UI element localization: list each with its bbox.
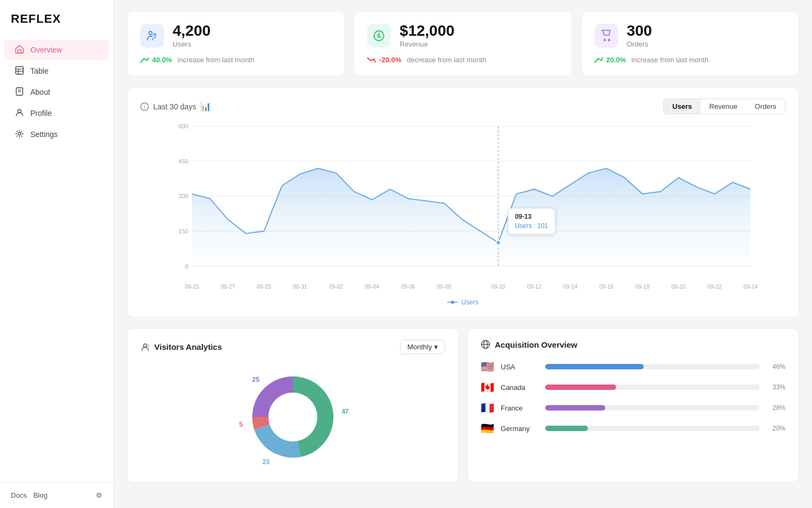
svg-text:09-12: 09-12 <box>527 284 542 290</box>
acquisition-header: Acquisition Overview <box>481 340 785 349</box>
country-germany: Germany <box>501 425 539 433</box>
gear-icon <box>15 129 25 139</box>
chart-section: i Last 30 days 📊 UsersRevenueOrders 0 15… <box>127 87 799 317</box>
bar-bg-france <box>545 405 759 411</box>
pct-usa: 46% <box>766 363 785 370</box>
stat-card-users: 4,200 Users 40.0% increase from last mon… <box>127 11 345 76</box>
monthly-dropdown[interactable]: Monthly ▾ <box>400 340 445 354</box>
svg-point-15 <box>608 40 610 41</box>
svg-text:08-31: 08-31 <box>293 284 307 290</box>
bar-bg-canada <box>545 385 759 390</box>
sidebar-item-overview[interactable]: Overview <box>4 40 109 60</box>
orders-value: 300 <box>627 23 652 38</box>
visitors-header: Visitors Analytics Monthly ▾ <box>140 340 445 354</box>
chevron-down-icon: ▾ <box>434 343 438 351</box>
user-icon <box>15 108 25 118</box>
svg-point-11 <box>154 34 156 36</box>
users-label: Users <box>173 40 211 48</box>
theme-toggle-icon[interactable]: ⚙ <box>96 491 102 499</box>
sidebar-item-profile[interactable]: Profile <box>4 103 109 123</box>
svg-text:09-18: 09-18 <box>636 284 650 290</box>
table-icon <box>15 66 25 76</box>
svg-text:150: 150 <box>178 228 188 235</box>
revenue-value: $12,000 <box>400 23 454 38</box>
users-change: 40.0% increase from last month <box>140 56 331 64</box>
country-france: France <box>501 404 539 412</box>
sidebar-footer: Docs Blog ⚙ <box>0 482 113 508</box>
pct-canada: 33% <box>766 383 785 391</box>
sidebar: REFLEX OverviewTableAboutProfileSettings… <box>0 0 114 508</box>
svg-text:09-24: 09-24 <box>743 284 758 290</box>
globe-icon <box>481 340 490 349</box>
revenue-icon: $ <box>367 24 391 48</box>
visitors-icon <box>140 342 150 352</box>
chart-title: i Last 30 days 📊 <box>140 101 211 112</box>
sidebar-item-settings[interactable]: Settings <box>4 124 109 145</box>
svg-point-10 <box>149 31 152 35</box>
stats-row: 4,200 Users 40.0% increase from last mon… <box>127 11 799 76</box>
legend-label: Users <box>461 298 478 306</box>
svg-text:09-06: 09-06 <box>401 284 416 290</box>
bar-fill-germany <box>545 426 588 431</box>
svg-point-8 <box>18 109 21 113</box>
pct-germany: 20% <box>766 425 785 432</box>
svg-text:09-20: 09-20 <box>671 284 686 290</box>
bar-bg-germany <box>545 426 759 431</box>
chart-title-text: Last 30 days <box>153 102 196 111</box>
donut-chart: 4723525 <box>140 363 445 471</box>
sidebar-item-table[interactable]: Table <box>4 61 109 81</box>
users-value: 4,200 <box>173 23 211 38</box>
orders-change: 20.0% increase from last month <box>594 56 785 64</box>
users-change-desc: increase from last month <box>178 56 254 64</box>
flag-germany: 🇩🇪 <box>481 422 494 435</box>
footer-links: Docs Blog <box>11 491 48 499</box>
svg-text:09-14: 09-14 <box>563 284 578 290</box>
chart-tab-revenue[interactable]: Revenue <box>700 99 746 114</box>
svg-text:$: $ <box>377 34 379 39</box>
sidebar-item-label: Overview <box>30 45 62 54</box>
chart-tab-users[interactable]: Users <box>664 99 700 114</box>
acq-row-usa: 🇺🇸 USA 46% <box>481 360 785 373</box>
svg-text:23: 23 <box>262 458 270 466</box>
stat-card-revenue: $ $12,000 Revenue -20.0% decrease from l… <box>353 11 572 76</box>
sidebar-nav: OverviewTableAboutProfileSettings <box>0 39 113 482</box>
flag-france: 🇫🇷 <box>481 401 494 414</box>
bar-fill-usa <box>545 364 644 369</box>
svg-text:450: 450 <box>178 158 188 165</box>
svg-text:09-04: 09-04 <box>365 284 379 290</box>
sidebar-item-label: Profile <box>30 109 52 118</box>
acq-row-france: 🇫🇷 France 28% <box>481 401 785 414</box>
bar-bg-usa <box>545 364 759 369</box>
svg-text:09-02: 09-02 <box>329 284 344 290</box>
bottom-row: Visitors Analytics Monthly ▾ 4723525 Acq <box>127 328 799 483</box>
acquisition-list: 🇺🇸 USA 46% 🇨🇦 Canada 33% 🇫🇷 France 28% 🇩… <box>481 360 785 435</box>
sidebar-item-label: Settings <box>30 130 58 139</box>
svg-text:i: i <box>144 104 145 110</box>
book-icon <box>15 87 25 97</box>
flag-canada: 🇨🇦 <box>481 381 494 394</box>
svg-text:0: 0 <box>185 263 188 270</box>
svg-point-14 <box>604 40 605 41</box>
svg-text:09-22: 09-22 <box>708 284 722 290</box>
svg-text:09-16: 09-16 <box>599 284 614 290</box>
svg-text:09-10: 09-10 <box>491 284 506 290</box>
blog-link[interactable]: Blog <box>34 491 48 499</box>
legend-icon <box>447 299 458 305</box>
stat-card-orders: 300 Orders 20.0% increase from last mont… <box>581 11 799 76</box>
revenue-change: -20.0% decrease from last month <box>367 56 558 64</box>
orders-icon <box>594 24 618 48</box>
visitors-title: Visitors Analytics <box>140 342 222 352</box>
sidebar-item-about[interactable]: About <box>4 82 109 102</box>
sidebar-item-label: Table <box>30 67 48 75</box>
svg-text:08-25: 08-25 <box>185 284 199 290</box>
svg-text:5: 5 <box>239 421 243 428</box>
revenue-change-desc: decrease from last month <box>407 56 487 64</box>
orders-change-desc: increase from last month <box>632 56 709 64</box>
chart-legend: Users <box>140 298 785 306</box>
svg-text:08-29: 08-29 <box>257 284 271 290</box>
chart-area: 0 150 300 450 600 08-2508-2708-2908-3109… <box>140 121 785 294</box>
home-icon <box>15 45 25 55</box>
svg-point-50 <box>143 344 147 347</box>
chart-tab-orders[interactable]: Orders <box>746 99 785 114</box>
docs-link[interactable]: Docs <box>11 491 27 499</box>
